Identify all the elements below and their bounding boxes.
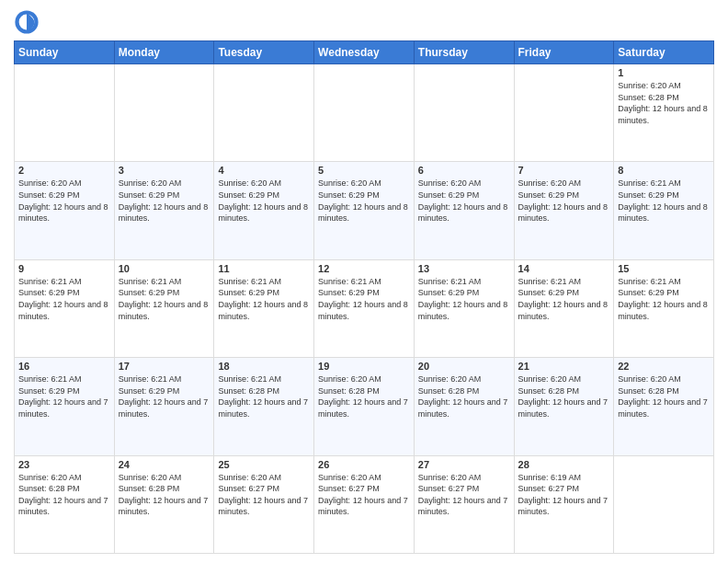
day-cell: 1Sunrise: 6:20 AM Sunset: 6:28 PM Daylig… bbox=[614, 64, 714, 162]
col-header-saturday: Saturday bbox=[614, 41, 714, 64]
day-cell: 22Sunrise: 6:20 AM Sunset: 6:28 PM Dayli… bbox=[614, 358, 714, 455]
week-row-3: 9Sunrise: 6:21 AM Sunset: 6:29 PM Daylig… bbox=[15, 259, 714, 357]
day-number: 14 bbox=[518, 263, 610, 274]
day-cell: 20Sunrise: 6:20 AM Sunset: 6:28 PM Dayli… bbox=[414, 358, 514, 455]
week-row-1: 1Sunrise: 6:20 AM Sunset: 6:28 PM Daylig… bbox=[15, 64, 714, 162]
day-number: 23 bbox=[18, 459, 110, 470]
day-number: 1 bbox=[618, 67, 710, 78]
col-header-wednesday: Wednesday bbox=[314, 41, 415, 64]
day-cell: 14Sunrise: 6:21 AM Sunset: 6:29 PM Dayli… bbox=[514, 259, 614, 357]
day-info: Sunrise: 6:21 AM Sunset: 6:29 PM Dayligh… bbox=[119, 373, 210, 419]
day-cell: 9Sunrise: 6:21 AM Sunset: 6:29 PM Daylig… bbox=[15, 259, 115, 357]
day-number: 3 bbox=[119, 165, 210, 176]
day-info: Sunrise: 6:20 AM Sunset: 6:28 PM Dayligh… bbox=[618, 80, 710, 126]
day-cell bbox=[214, 64, 314, 162]
day-cell: 27Sunrise: 6:20 AM Sunset: 6:27 PM Dayli… bbox=[414, 455, 514, 553]
col-header-tuesday: Tuesday bbox=[214, 41, 314, 64]
day-cell: 7Sunrise: 6:20 AM Sunset: 6:29 PM Daylig… bbox=[514, 162, 614, 259]
day-cell: 17Sunrise: 6:21 AM Sunset: 6:29 PM Dayli… bbox=[114, 358, 214, 455]
day-info: Sunrise: 6:20 AM Sunset: 6:29 PM Dayligh… bbox=[418, 178, 510, 224]
day-cell: 10Sunrise: 6:21 AM Sunset: 6:29 PM Dayli… bbox=[114, 259, 214, 357]
day-cell: 2Sunrise: 6:20 AM Sunset: 6:29 PM Daylig… bbox=[15, 162, 115, 259]
day-number: 26 bbox=[318, 459, 410, 470]
day-number: 16 bbox=[18, 361, 110, 372]
day-info: Sunrise: 6:21 AM Sunset: 6:29 PM Dayligh… bbox=[18, 276, 110, 322]
day-cell bbox=[414, 64, 514, 162]
day-cell: 13Sunrise: 6:21 AM Sunset: 6:29 PM Dayli… bbox=[414, 259, 514, 357]
day-cell: 25Sunrise: 6:20 AM Sunset: 6:27 PM Dayli… bbox=[214, 455, 314, 553]
day-info: Sunrise: 6:21 AM Sunset: 6:29 PM Dayligh… bbox=[318, 276, 410, 322]
day-cell: 4Sunrise: 6:20 AM Sunset: 6:29 PM Daylig… bbox=[214, 162, 314, 259]
day-cell: 12Sunrise: 6:21 AM Sunset: 6:29 PM Dayli… bbox=[314, 259, 415, 357]
day-info: Sunrise: 6:20 AM Sunset: 6:28 PM Dayligh… bbox=[318, 373, 410, 419]
day-info: Sunrise: 6:21 AM Sunset: 6:29 PM Dayligh… bbox=[618, 178, 710, 224]
day-cell: 21Sunrise: 6:20 AM Sunset: 6:28 PM Dayli… bbox=[514, 358, 614, 455]
day-info: Sunrise: 6:21 AM Sunset: 6:29 PM Dayligh… bbox=[18, 373, 110, 419]
day-info: Sunrise: 6:20 AM Sunset: 6:27 PM Dayligh… bbox=[218, 472, 310, 518]
day-number: 2 bbox=[18, 165, 110, 176]
day-info: Sunrise: 6:21 AM Sunset: 6:28 PM Dayligh… bbox=[218, 373, 310, 419]
day-number: 21 bbox=[518, 361, 610, 372]
day-info: Sunrise: 6:20 AM Sunset: 6:29 PM Dayligh… bbox=[518, 178, 610, 224]
day-cell: 19Sunrise: 6:20 AM Sunset: 6:28 PM Dayli… bbox=[314, 358, 415, 455]
day-info: Sunrise: 6:20 AM Sunset: 6:29 PM Dayligh… bbox=[218, 178, 310, 224]
day-number: 11 bbox=[218, 263, 310, 274]
day-info: Sunrise: 6:20 AM Sunset: 6:28 PM Dayligh… bbox=[18, 472, 110, 518]
day-cell bbox=[314, 64, 415, 162]
day-info: Sunrise: 6:20 AM Sunset: 6:28 PM Dayligh… bbox=[618, 373, 710, 419]
week-row-2: 2Sunrise: 6:20 AM Sunset: 6:29 PM Daylig… bbox=[15, 162, 714, 259]
day-number: 8 bbox=[618, 165, 710, 176]
day-cell: 16Sunrise: 6:21 AM Sunset: 6:29 PM Dayli… bbox=[15, 358, 115, 455]
day-cell: 26Sunrise: 6:20 AM Sunset: 6:27 PM Dayli… bbox=[314, 455, 415, 553]
day-info: Sunrise: 6:20 AM Sunset: 6:28 PM Dayligh… bbox=[518, 373, 610, 419]
day-cell bbox=[614, 455, 714, 553]
day-info: Sunrise: 6:21 AM Sunset: 6:29 PM Dayligh… bbox=[218, 276, 310, 322]
day-number: 22 bbox=[618, 361, 710, 372]
day-number: 5 bbox=[318, 165, 410, 176]
week-row-4: 16Sunrise: 6:21 AM Sunset: 6:29 PM Dayli… bbox=[15, 358, 714, 455]
day-info: Sunrise: 6:19 AM Sunset: 6:27 PM Dayligh… bbox=[518, 472, 610, 518]
day-info: Sunrise: 6:21 AM Sunset: 6:29 PM Dayligh… bbox=[119, 276, 210, 322]
day-cell: 6Sunrise: 6:20 AM Sunset: 6:29 PM Daylig… bbox=[414, 162, 514, 259]
week-row-5: 23Sunrise: 6:20 AM Sunset: 6:28 PM Dayli… bbox=[15, 455, 714, 553]
day-cell bbox=[114, 64, 214, 162]
day-number: 20 bbox=[418, 361, 510, 372]
day-number: 19 bbox=[318, 361, 410, 372]
col-header-friday: Friday bbox=[514, 41, 614, 64]
day-cell: 11Sunrise: 6:21 AM Sunset: 6:29 PM Dayli… bbox=[214, 259, 314, 357]
day-info: Sunrise: 6:21 AM Sunset: 6:29 PM Dayligh… bbox=[418, 276, 510, 322]
day-cell bbox=[514, 64, 614, 162]
day-cell: 24Sunrise: 6:20 AM Sunset: 6:28 PM Dayli… bbox=[114, 455, 214, 553]
day-number: 28 bbox=[518, 459, 610, 470]
col-header-thursday: Thursday bbox=[414, 41, 514, 64]
day-number: 17 bbox=[119, 361, 210, 372]
day-info: Sunrise: 6:20 AM Sunset: 6:28 PM Dayligh… bbox=[119, 472, 210, 518]
col-header-monday: Monday bbox=[114, 41, 214, 64]
day-number: 13 bbox=[418, 263, 510, 274]
day-cell bbox=[15, 64, 115, 162]
day-number: 9 bbox=[18, 263, 110, 274]
day-info: Sunrise: 6:20 AM Sunset: 6:29 PM Dayligh… bbox=[119, 178, 210, 224]
day-info: Sunrise: 6:20 AM Sunset: 6:29 PM Dayligh… bbox=[318, 178, 410, 224]
day-cell: 3Sunrise: 6:20 AM Sunset: 6:29 PM Daylig… bbox=[114, 162, 214, 259]
day-info: Sunrise: 6:21 AM Sunset: 6:29 PM Dayligh… bbox=[518, 276, 610, 322]
day-info: Sunrise: 6:20 AM Sunset: 6:29 PM Dayligh… bbox=[18, 178, 110, 224]
day-cell: 23Sunrise: 6:20 AM Sunset: 6:28 PM Dayli… bbox=[15, 455, 115, 553]
day-number: 27 bbox=[418, 459, 510, 470]
day-cell: 28Sunrise: 6:19 AM Sunset: 6:27 PM Dayli… bbox=[514, 455, 614, 553]
day-number: 4 bbox=[218, 165, 310, 176]
day-number: 6 bbox=[418, 165, 510, 176]
day-number: 15 bbox=[618, 263, 710, 274]
day-number: 7 bbox=[518, 165, 610, 176]
logo bbox=[14, 9, 43, 35]
day-info: Sunrise: 6:20 AM Sunset: 6:27 PM Dayligh… bbox=[418, 472, 510, 518]
day-cell: 15Sunrise: 6:21 AM Sunset: 6:29 PM Dayli… bbox=[614, 259, 714, 357]
logo-icon bbox=[14, 9, 40, 35]
day-cell: 5Sunrise: 6:20 AM Sunset: 6:29 PM Daylig… bbox=[314, 162, 415, 259]
day-cell: 8Sunrise: 6:21 AM Sunset: 6:29 PM Daylig… bbox=[614, 162, 714, 259]
day-info: Sunrise: 6:20 AM Sunset: 6:27 PM Dayligh… bbox=[318, 472, 410, 518]
day-number: 24 bbox=[119, 459, 210, 470]
header bbox=[14, 9, 714, 35]
day-number: 12 bbox=[318, 263, 410, 274]
day-info: Sunrise: 6:20 AM Sunset: 6:28 PM Dayligh… bbox=[418, 373, 510, 419]
